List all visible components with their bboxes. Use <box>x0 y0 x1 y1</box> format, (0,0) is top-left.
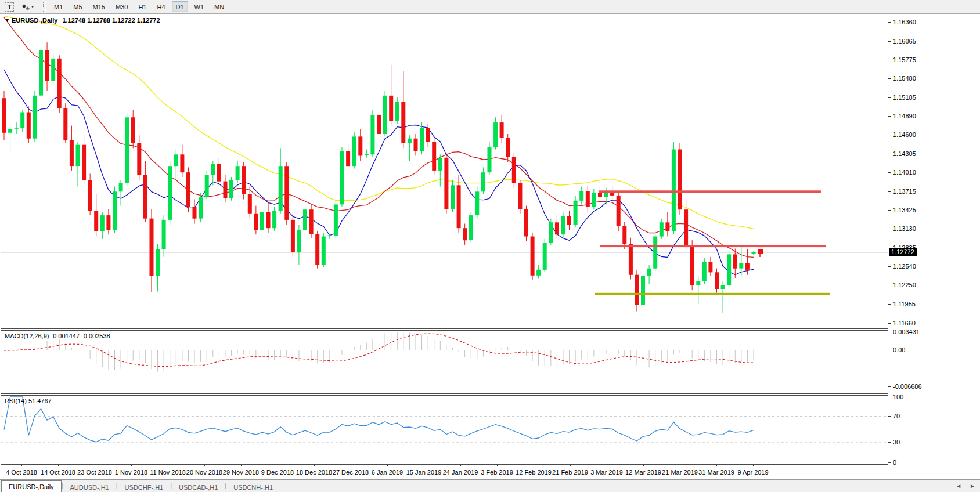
candle-body <box>211 164 215 175</box>
support-line[interactable] <box>595 293 830 295</box>
candle-body <box>94 211 98 231</box>
candle-body <box>684 209 688 245</box>
candle-body <box>592 193 596 207</box>
date-tick <box>680 465 680 466</box>
rsi-panel[interactable]: RSI(14) 51.4767 <box>1 395 888 465</box>
candle-body <box>39 50 43 95</box>
macd-canvas[interactable] <box>1 331 888 393</box>
candle-body <box>88 180 92 211</box>
chart-tab-audusd[interactable]: AUDUSD-,H1 <box>63 482 116 492</box>
date-label: 21 Mar 2019 <box>662 469 698 476</box>
candle-body <box>113 191 117 230</box>
chevron-down-icon: ▾ <box>31 4 34 9</box>
candle-body <box>414 139 418 151</box>
candle-body <box>291 220 295 252</box>
candle-body <box>156 249 160 276</box>
candle-body <box>33 96 37 139</box>
candle-body <box>531 237 535 276</box>
tab-scroll-right-icon[interactable]: ► <box>970 483 975 489</box>
date-tick <box>21 465 22 466</box>
candle-body <box>27 113 31 139</box>
chart-tab-eurusd[interactable]: EURUSD-,Daily <box>1 480 62 492</box>
candle-body <box>254 214 258 230</box>
price-label: 1.12250 <box>893 281 916 288</box>
date-label: 20 Nov 2018 <box>186 469 222 476</box>
price-chart-canvas[interactable] <box>1 15 888 328</box>
rsi-canvas[interactable] <box>1 396 888 464</box>
candle-body <box>76 145 80 166</box>
candle-body <box>309 209 314 234</box>
date-label: 6 Jan 2019 <box>372 469 403 476</box>
timeframe-h4[interactable]: H4 <box>153 1 169 12</box>
candle-body <box>260 212 264 230</box>
timeframe-mn[interactable]: MN <box>210 1 228 12</box>
date-axis: 4 Oct 201814 Oct 201823 Oct 20181 Nov 20… <box>0 465 980 479</box>
timeframe-w1[interactable]: W1 <box>190 1 208 12</box>
indicator-cycle-button[interactable]: ◆◆ ▾ <box>19 2 37 12</box>
candle-body <box>512 157 516 183</box>
candle-body <box>500 122 504 138</box>
price-label: 1.14010 <box>893 169 916 176</box>
timeframe-m5[interactable]: M5 <box>69 1 86 12</box>
candle-body <box>205 175 209 198</box>
candle-body <box>119 183 123 191</box>
timeframe-d1[interactable]: D1 <box>172 1 188 12</box>
price-label-tick <box>888 304 891 305</box>
tab-scroll-left-icon[interactable]: ◄ <box>956 483 961 489</box>
chart-symbol: EURUSD-,Daily <box>12 17 57 24</box>
candle-body <box>420 128 424 151</box>
price-label-tick <box>888 172 891 173</box>
timeframe-m15[interactable]: M15 <box>89 1 109 12</box>
date-label: 4 Oct 2018 <box>6 469 37 476</box>
price-label: 1.14890 <box>893 113 916 120</box>
candle-body <box>389 96 393 121</box>
chart-tab-usdcnh[interactable]: USDCNH-,H1 <box>226 482 280 492</box>
candle-body <box>334 204 338 236</box>
timeframe-m30[interactable]: M30 <box>111 1 132 12</box>
price-label: 1.13715 <box>893 188 916 195</box>
timeframe-h1[interactable]: H1 <box>134 1 150 12</box>
macd-scale-label-tick <box>888 350 891 350</box>
price-label-tick <box>888 97 891 98</box>
candle-body <box>506 138 510 157</box>
rsi-scale-label-tick <box>888 462 891 463</box>
candle-body <box>536 270 541 276</box>
timeframe-m1[interactable]: M1 <box>50 1 67 12</box>
candle-body <box>463 228 467 240</box>
text-tool-button[interactable]: T <box>5 2 14 12</box>
chart-tab-usdcad[interactable]: USDCAD-,H1 <box>172 482 225 492</box>
resistance-line[interactable] <box>599 190 821 193</box>
tab-scroll-arrows: ◄ ► <box>956 483 975 489</box>
candle-body <box>229 180 233 198</box>
candle-body <box>199 197 203 218</box>
date-label: 21 Feb 2019 <box>552 469 588 476</box>
rsi-scale-label: 30 <box>893 439 900 446</box>
candle-body <box>168 166 172 220</box>
macd-panel[interactable]: MACD(12,26,9) -0.001447 -0.002538 <box>1 330 888 394</box>
date-label: 9 Apr 2019 <box>737 469 768 476</box>
candle-body <box>193 207 197 219</box>
price-label-tick <box>888 191 891 192</box>
date-label: 23 Oct 2018 <box>77 469 112 476</box>
candle-body <box>660 222 664 236</box>
price-label-tick <box>888 229 891 229</box>
terminal-window: T ◆◆ ▾ M1M5M15M30H1H4D1W1MN ▼ EURUSD-,Da… <box>0 0 980 492</box>
candle-body <box>2 98 6 133</box>
candle-body <box>346 151 350 166</box>
candle-body <box>672 150 676 231</box>
date-label: 15 Jan 2019 <box>406 469 442 476</box>
candle-body <box>340 151 344 205</box>
candle-body <box>518 183 522 209</box>
date-tick <box>424 465 424 466</box>
candle-body <box>408 139 412 143</box>
candle-body <box>586 191 590 207</box>
chart-title: ▼ EURUSD-,Daily 1.12748 1.12788 1.12722 … <box>5 17 160 24</box>
resistance-line[interactable] <box>600 245 826 247</box>
main-chart-panel[interactable]: ▼ EURUSD-,Daily 1.12748 1.12788 1.12722 … <box>1 15 888 329</box>
candle-body <box>131 117 135 143</box>
price-pointer-marker[interactable] <box>758 249 763 254</box>
candle-body <box>248 194 252 214</box>
ma-fast-line <box>4 70 754 275</box>
chart-tab-usdchf[interactable]: USDCHF-,H1 <box>118 482 171 492</box>
date-label: 9 Dec 2018 <box>261 469 294 476</box>
